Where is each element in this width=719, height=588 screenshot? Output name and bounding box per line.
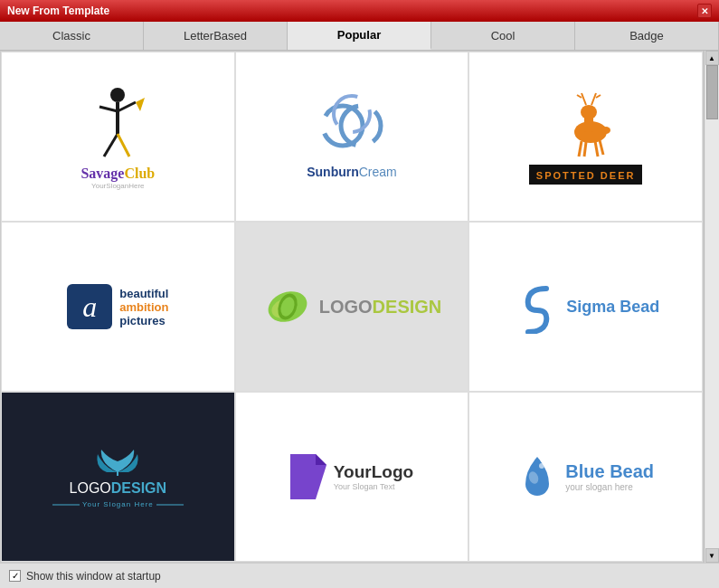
tab-badge[interactable]: Badge [575, 22, 719, 50]
startup-checkbox[interactable]: ✓ [9, 570, 21, 582]
scroll-up-button[interactable]: ▲ [705, 51, 719, 65]
p-icon [290, 454, 326, 499]
content-area: SavageClub YourSloganHere [0, 51, 719, 563]
scrollbar: ▲ ▼ [704, 51, 719, 563]
sigma-text: Sigma Bead [566, 298, 659, 317]
logo-item-sunburn[interactable]: SunburnCream [235, 52, 469, 222]
logo-grid: SavageClub YourSloganHere [0, 51, 704, 563]
plant-icon [90, 445, 145, 477]
spotted-name: SPOTTED DEER [536, 170, 636, 181]
logo-yourlogo-inner: YourLogo Your Slogan Text [290, 454, 413, 499]
savage-slogan: YourSloganHere [91, 182, 144, 190]
logo-item-yourlogo[interactable]: YourLogo Your Slogan Text [235, 392, 469, 562]
window-title: New From Template [7, 5, 109, 17]
bottom-bar: ✓ Show this window at startup [0, 563, 719, 588]
logo-item-spotted-deer[interactable]: SPOTTED DEER [468, 52, 703, 222]
tab-cool[interactable]: Cool [431, 22, 575, 50]
logo-item-logodesign-dark[interactable]: LOGODESIGN Your Slogan Here [1, 392, 235, 562]
logo-item-savage-club[interactable]: SavageClub YourSloganHere [1, 52, 235, 222]
logo-sunburn-inner: SunburnCream [307, 94, 397, 179]
logo-item-blue-bead[interactable]: Blue Bead your slogan here [468, 392, 703, 562]
logo-beautiful-inner: a beautiful ambition pictures [67, 284, 168, 329]
sigma-s-icon [512, 280, 557, 334]
main-container: Classic LetterBased Popular Cool Badge [0, 22, 719, 588]
dark-slogan: Your Slogan Here [82, 500, 154, 508]
logo-bluebead-inner: Blue Bead your slogan here [517, 452, 654, 502]
beautiful-text: beautiful ambition pictures [119, 287, 168, 327]
svg-line-2 [99, 107, 118, 111]
title-bar-left: New From Template [7, 5, 109, 17]
logo-spotted-inner: SPOTTED DEER [529, 89, 643, 185]
beautiful-letter-a: a [67, 284, 112, 329]
svg-point-21 [601, 127, 610, 134]
sunburn-name: SunburnCream [307, 165, 397, 179]
scroll-down-button[interactable]: ▼ [705, 548, 719, 563]
logo-sigma-inner: Sigma Bead [512, 280, 659, 334]
tab-classic[interactable]: Classic [0, 22, 144, 50]
svg-line-15 [591, 93, 596, 105]
logo-item-beautiful[interactable]: a beautiful ambition pictures [1, 222, 235, 392]
svg-marker-30 [316, 454, 326, 465]
logo-savage-inner: SavageClub YourSloganHere [80, 84, 155, 190]
logo-item-logodesign-green[interactable]: LOGODESIGN [235, 222, 469, 392]
svg-marker-6 [136, 98, 145, 111]
svg-point-0 [110, 88, 125, 102]
logodesign-text: LOGODESIGN [319, 297, 442, 318]
svg-line-5 [118, 134, 129, 156]
svg-line-14 [577, 95, 582, 98]
window-container: New From Template ✕ Classic LetterBased … [0, 0, 719, 588]
logo-logodesign-inner: LOGODESIGN [262, 287, 442, 327]
scroll-track [705, 65, 719, 548]
tab-popular[interactable]: Popular [288, 22, 431, 50]
drop-icon [517, 452, 558, 502]
savage-figure [86, 84, 149, 166]
svg-line-20 [600, 140, 603, 155]
svg-line-3 [118, 102, 136, 111]
leaf-icon [262, 287, 312, 327]
sunburn-rings [316, 94, 388, 157]
svg-line-4 [104, 134, 118, 156]
startup-label: Show this window at startup [26, 570, 161, 583]
close-button[interactable]: ✕ [697, 4, 712, 18]
logo-logodesign-dark-inner: LOGODESIGN Your Slogan Here [52, 445, 184, 508]
svg-line-18 [584, 142, 586, 156]
svg-line-17 [579, 141, 582, 156]
svg-point-32 [539, 463, 544, 469]
svg-line-16 [596, 95, 601, 98]
svg-line-13 [582, 93, 586, 105]
deer-figure [550, 89, 622, 161]
svg-line-19 [595, 141, 598, 156]
title-bar: New From Template ✕ [0, 0, 719, 22]
tabs-bar: Classic LetterBased Popular Cool Badge [0, 22, 719, 51]
savage-name: SavageClub [80, 166, 155, 182]
bluebead-text: Blue Bead your slogan here [565, 461, 654, 492]
svg-point-12 [581, 105, 597, 119]
tab-letter-based[interactable]: LetterBased [144, 22, 288, 50]
logo-item-sigma[interactable]: Sigma Bead [468, 222, 703, 392]
scroll-thumb[interactable] [706, 65, 718, 119]
yourlogo-text: YourLogo Your Slogan Text [334, 462, 413, 491]
